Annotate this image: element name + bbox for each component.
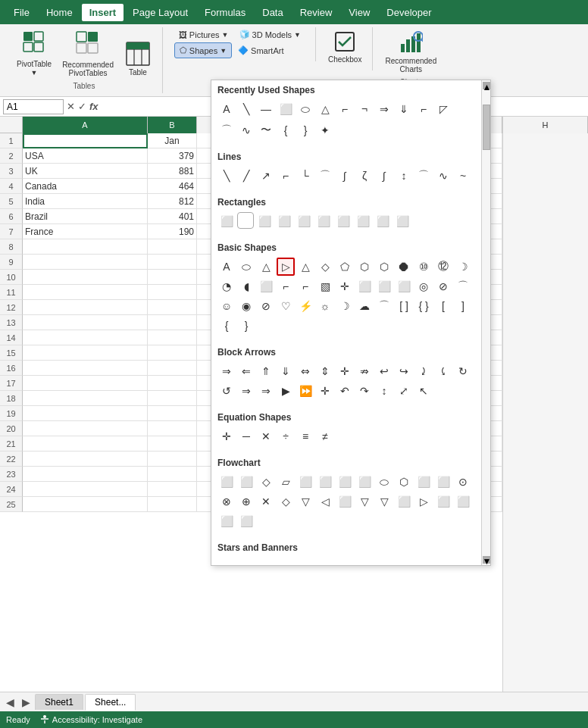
bshape-octa[interactable]: ⯃ bbox=[395, 258, 413, 276]
cell-5-1[interactable]: 812 bbox=[148, 194, 197, 209]
cell-25-0[interactable] bbox=[23, 497, 148, 512]
cell-6-0[interactable]: Brazil bbox=[23, 209, 148, 224]
barrow-swoosh[interactable]: ↷ bbox=[355, 382, 374, 400]
cell-11-1[interactable] bbox=[148, 285, 197, 300]
sheet-tab-nav-prev[interactable]: ◀ bbox=[3, 696, 17, 708]
cell-20-0[interactable] bbox=[23, 421, 148, 436]
bshape-oval[interactable]: ⬭ bbox=[237, 258, 255, 276]
cell-24-0[interactable] bbox=[23, 482, 148, 497]
line-elbow[interactable]: ⌐ bbox=[277, 167, 295, 185]
sheet-tab-nav-next[interactable]: ▶ bbox=[19, 696, 33, 708]
shape-text-box[interactable]: A bbox=[217, 100, 236, 118]
menu-developer[interactable]: Developer bbox=[379, 4, 439, 21]
bshape-nosymbol[interactable]: ⊘ bbox=[257, 297, 275, 315]
cell-2-1[interactable]: 379 bbox=[148, 148, 197, 164]
barrow-notched[interactable]: ⇏ bbox=[355, 362, 374, 380]
shape-oval[interactable]: ⬭ bbox=[296, 100, 314, 118]
flow-data[interactable]: ▱ bbox=[277, 473, 295, 491]
eq-plus[interactable]: ✛ bbox=[217, 427, 236, 445]
bshape-frame[interactable]: ⬜ bbox=[257, 277, 275, 295]
barrow-dbl-h[interactable]: ⇔ bbox=[296, 362, 314, 380]
line-curve2[interactable]: ∫ bbox=[375, 167, 393, 185]
flow-direct-access[interactable]: ⬜ bbox=[217, 512, 236, 530]
shape-line-h[interactable]: — bbox=[257, 100, 275, 118]
shapes-button[interactable]: ⬠ Shapes ▼ bbox=[174, 42, 232, 58]
line-elbow2[interactable]: └ bbox=[296, 167, 314, 185]
bshape-bracket-pair[interactable]: [ ] bbox=[395, 297, 413, 315]
cell-16-0[interactable] bbox=[23, 361, 148, 376]
barrow-chevron[interactable]: ▶ bbox=[277, 382, 295, 400]
barrow-bent-l[interactable]: ↪ bbox=[395, 362, 413, 380]
cell-9-0[interactable] bbox=[23, 255, 148, 270]
bshape-lightning[interactable]: ⚡ bbox=[296, 297, 314, 315]
barrow-down[interactable]: ⇓ bbox=[277, 362, 295, 380]
line-straight[interactable]: ╲ bbox=[217, 167, 236, 185]
barrow-uturn-l[interactable]: ⤹ bbox=[434, 362, 452, 380]
bshape-triangle[interactable]: △ bbox=[257, 258, 275, 276]
eq-times[interactable]: ✕ bbox=[257, 427, 275, 445]
barrow-right[interactable]: ⇒ bbox=[217, 362, 236, 380]
flow-collate[interactable]: ◁ bbox=[316, 492, 334, 511]
cell-6-1[interactable]: 401 bbox=[148, 209, 197, 224]
flow-stored-data[interactable]: ⬜ bbox=[395, 492, 413, 511]
smartart-button[interactable]: 🔷 SmartArt bbox=[233, 42, 288, 58]
bshape-cube[interactable]: ◎ bbox=[414, 277, 433, 295]
formula-fx-icon[interactable]: fx bbox=[89, 101, 99, 112]
flow-extract[interactable]: ▽ bbox=[355, 492, 374, 511]
cell-5-0[interactable]: India bbox=[23, 194, 148, 209]
line-dbl-arrow[interactable]: ↕ bbox=[395, 167, 413, 185]
menu-file[interactable]: File bbox=[6, 4, 37, 21]
line-elbow3[interactable]: ⌒ bbox=[316, 167, 334, 185]
accessibility-icon[interactable]: Accessibility: Investigate bbox=[39, 714, 142, 725]
rect-square[interactable]: ⬜ bbox=[217, 212, 236, 230]
cell-9-1[interactable] bbox=[148, 255, 197, 270]
cell-1-1[interactable]: Jan bbox=[148, 133, 197, 148]
flow-or[interactable]: ▽ bbox=[296, 492, 314, 511]
barrow-curved-r[interactable]: ↻ bbox=[454, 362, 472, 380]
bshape-moon[interactable]: ☽ bbox=[336, 297, 354, 315]
bshape-right-bracket[interactable]: ] bbox=[454, 297, 472, 315]
bshape-teardrop[interactable]: ◖ bbox=[237, 277, 255, 295]
cell-10-0[interactable] bbox=[23, 270, 148, 285]
shape-rect[interactable]: ⬜ bbox=[277, 100, 295, 118]
cell-7-1[interactable]: 190 bbox=[148, 224, 197, 239]
menu-pagelayout[interactable]: Page Layout bbox=[125, 4, 195, 21]
bshape-left-brace[interactable]: { bbox=[217, 317, 236, 335]
rect-round3[interactable]: ⬜ bbox=[354, 212, 372, 230]
shape-right-triangle[interactable]: ◸ bbox=[434, 100, 452, 118]
line-diag2[interactable]: ╱ bbox=[237, 167, 255, 185]
flow-decision[interactable]: ◇ bbox=[257, 473, 275, 491]
rect-diag2[interactable]: ⬜ bbox=[393, 212, 411, 230]
cell-21-0[interactable] bbox=[23, 436, 148, 451]
bshape-hepta[interactable]: ⬡ bbox=[375, 258, 393, 276]
shape-star[interactable]: ✦ bbox=[316, 121, 334, 139]
flow-off-page[interactable]: ⊗ bbox=[217, 492, 236, 511]
shapes-scroll-area[interactable]: Recently Used Shapes A ╲ — ⬜ ⬭ △ ⌐ ¬ ⇒ ⇓… bbox=[211, 80, 481, 565]
3d-models-button[interactable]: 🧊 3D Models ▼ bbox=[235, 27, 306, 42]
shape-corner1[interactable]: ⌐ bbox=[336, 100, 354, 118]
bshape-diamond[interactable]: ◇ bbox=[316, 258, 334, 276]
cell-17-1[interactable] bbox=[148, 376, 197, 391]
bshape-can[interactable]: ⬜ bbox=[395, 277, 413, 295]
bshape-heart[interactable]: ♡ bbox=[277, 297, 295, 315]
checkbox-button[interactable]: Checkbox bbox=[324, 27, 366, 67]
shape-wave2[interactable]: 〜 bbox=[257, 121, 275, 139]
barrow-bent-r[interactable]: ↩ bbox=[375, 362, 393, 380]
cell-8-0[interactable] bbox=[23, 239, 148, 255]
bshape-sun[interactable]: ☼ bbox=[316, 297, 334, 315]
barrow-left[interactable]: ⇐ bbox=[237, 362, 255, 380]
cell-4-0[interactable]: Canada bbox=[23, 179, 148, 194]
flow-predefined[interactable]: ⬜ bbox=[296, 473, 314, 491]
bshape-donut[interactable]: ◉ bbox=[237, 297, 255, 315]
line-curve[interactable]: ζ bbox=[355, 167, 374, 185]
formula-cancel-icon[interactable]: ✕ bbox=[67, 101, 75, 112]
sheet-tab-sheet1[interactable]: Sheet1 bbox=[35, 694, 83, 710]
cell-1-0[interactable] bbox=[23, 133, 148, 148]
line-elbow4[interactable]: ∫ bbox=[336, 167, 354, 185]
bshape-chord[interactable]: ◔ bbox=[217, 277, 236, 295]
recommended-pivottables-button[interactable]: RecommendedPivotTables bbox=[58, 28, 118, 80]
flow-manual-op[interactable]: ⬜ bbox=[434, 473, 452, 491]
cell-15-0[interactable] bbox=[23, 345, 148, 361]
bshape-arc[interactable]: ⌒ bbox=[375, 297, 393, 315]
cell-2-0[interactable]: USA bbox=[23, 148, 148, 164]
